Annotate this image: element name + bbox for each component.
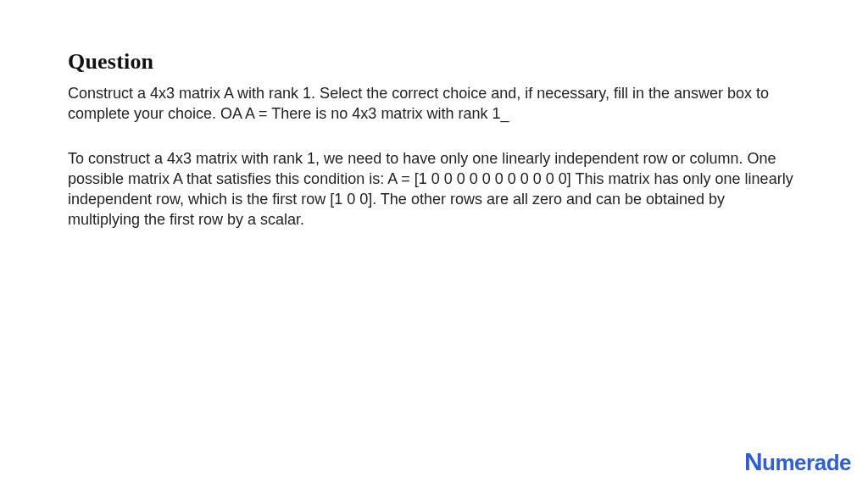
brand-logo-cap: N — [744, 447, 762, 475]
answer-text: To construct a 4x3 matrix with rank 1, w… — [68, 148, 800, 230]
brand-logo: Numerade — [744, 447, 851, 476]
question-heading: Question — [68, 49, 800, 75]
content-area: Question Construct a 4x3 matrix A with r… — [0, 0, 868, 230]
brand-logo-rest: umerade — [762, 450, 851, 475]
question-text: Construct a 4x3 matrix A with rank 1. Se… — [68, 83, 800, 125]
